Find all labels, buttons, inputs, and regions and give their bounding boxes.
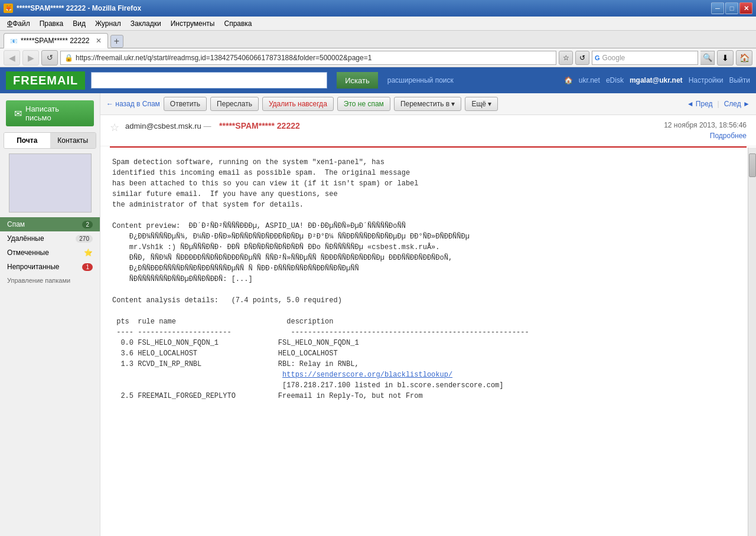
main-area: ✉ Написать письмо Почта Контакты Спам 2 … [0, 93, 756, 536]
menu-file[interactable]: ФФайл [2, 18, 35, 29]
addressbar: ◀ ▶ ↺ 🔒 https://freemail.ukr.net/q/start… [0, 48, 756, 67]
next-email-link[interactable]: След ► [724, 100, 750, 108]
header-links: 🏠 ukr.net eDisk mgalat@ukr.net Настройки… [564, 76, 750, 84]
refresh-button[interactable]: ↺ [575, 51, 589, 65]
compose-icon: ✉ [14, 108, 22, 119]
advanced-search-link[interactable]: расширенный поиск [387, 76, 454, 84]
email-header-info: ☆ admin@csbest.msk.ru — *****SPAM***** 2… [100, 115, 756, 146]
tab-contacts[interactable]: Контакты [50, 133, 96, 148]
google-logo: G [595, 54, 600, 61]
tabbar: 📧 *****SPAM***** 22222 ✕ + [0, 31, 756, 48]
email-body-text: Spam detection software, running on the … [112, 157, 736, 401]
download-button[interactable]: ⬇ [717, 50, 734, 66]
more-button[interactable]: Ещё ▾ [465, 97, 498, 111]
email-toolbar: ← назад в Спам Ответить Переслать Удалит… [100, 93, 756, 115]
mail-search-input[interactable] [95, 76, 323, 84]
not-spam-button[interactable]: Это не спам [337, 97, 390, 111]
email-area: ← назад в Спам Ответить Переслать Удалит… [100, 93, 756, 536]
tab-label: *****SPAM***** 22222 [21, 37, 90, 45]
menubar: ФФайл Правка Вид Журнал Закладки Инструм… [0, 17, 756, 31]
bookmark-star-button[interactable]: ☆ [559, 51, 573, 65]
tab-favicon: 📧 [10, 38, 17, 44]
home-icon-header: 🏠 [564, 76, 573, 84]
sidebar-tabs: Почта Контакты [4, 132, 96, 149]
search-input[interactable]: Google [602, 54, 695, 62]
url-text: https://freemail.ukr.net/q/start#readmsg… [76, 54, 372, 62]
scrollbar-thumb[interactable] [749, 153, 756, 177]
new-tab-button[interactable]: + [110, 35, 123, 48]
toolbar-right: ◄ Пред | След ► [687, 100, 750, 108]
tab-mail[interactable]: Почта [4, 133, 50, 148]
back-to-spam-link[interactable]: ← назад в Спам [106, 100, 160, 108]
username-label: mgalat@ukr.net [630, 76, 683, 84]
browser-icon: 🦊 [4, 4, 13, 13]
move-to-button[interactable]: Переместить в ▾ [394, 97, 462, 111]
menu-help[interactable]: Справка [219, 18, 256, 29]
menu-view[interactable]: Вид [68, 18, 90, 29]
window-titlebar: 🦊 *****SPAM***** 22222 - Mozilla Firefox… [0, 0, 756, 17]
menu-bookmarks[interactable]: Закладки [126, 18, 166, 29]
freemail-logo: FREEMAIL [6, 71, 85, 90]
sidebar: ✉ Написать письмо Почта Контакты Спам 2 … [0, 93, 100, 536]
forward-button[interactable]: Переслать [210, 97, 259, 111]
email-body-container: Spam detection software, running on the … [100, 148, 756, 536]
search-box: G Google [592, 51, 698, 65]
close-button[interactable]: ✕ [739, 2, 752, 14]
compose-button[interactable]: ✉ Написать письмо [6, 100, 94, 126]
sidebar-folder-deleted[interactable]: Удалённые 270 [0, 231, 100, 246]
email-subject-label: *****SPAM***** 22222 [219, 121, 300, 130]
avatar [9, 153, 92, 213]
ukrnet-link[interactable]: ukr.net [579, 76, 600, 84]
manage-folders-link[interactable]: Управление папками [0, 274, 100, 287]
freemail-header: FREEMAIL Искать расширенный поиск 🏠 ukr.… [0, 67, 756, 93]
minimize-button[interactable]: ─ [711, 2, 724, 14]
email-date-area: 12 ноября 2013, 18:56:46 Подробнее [664, 121, 747, 140]
reply-button[interactable]: Ответить [164, 97, 207, 111]
nav-separator: | [718, 100, 719, 108]
sidebar-folder-starred[interactable]: Отмеченные ⭐ [0, 246, 100, 260]
sidebar-folder-spam[interactable]: Спам 2 [0, 217, 100, 231]
address-bar[interactable]: 🔒 https://freemail.ukr.net/q/start#readm… [60, 51, 556, 65]
search-go-button[interactable]: 🔍 [700, 51, 715, 65]
star-icon: ⭐ [84, 249, 93, 257]
email-more-link[interactable]: Подробнее [710, 132, 747, 140]
edisk-link[interactable]: eDisk [606, 76, 624, 84]
reload-button[interactable]: ↺ [41, 50, 58, 66]
email-scrollbar[interactable] [748, 148, 756, 536]
menu-edit[interactable]: Правка [35, 18, 69, 29]
settings-link[interactable]: Настройки [689, 76, 724, 84]
window-controls: ─ □ ✕ [711, 2, 752, 14]
delete-forever-button[interactable]: Удалить навсегда [262, 97, 334, 111]
home-button[interactable]: 🏠 [736, 50, 752, 66]
back-button[interactable]: ◀ [4, 50, 20, 66]
lock-icon: 🔒 [64, 54, 73, 62]
prev-email-link[interactable]: ◄ Пред [687, 100, 713, 108]
window-title: *****SPAM***** 22222 - Mozilla Firefox [17, 4, 711, 12]
browser-tab[interactable]: 📧 *****SPAM***** 22222 ✕ [4, 33, 108, 48]
email-body: Spam detection software, running on the … [100, 148, 748, 536]
mail-search-box[interactable] [91, 72, 327, 89]
forward-button[interactable]: ▶ [22, 50, 39, 66]
tab-close-icon[interactable]: ✕ [96, 37, 102, 45]
menu-tools[interactable]: Инструменты [166, 18, 220, 29]
email-star-button[interactable]: ☆ [110, 121, 119, 134]
sidebar-folder-unread[interactable]: Непрочитанные 1 [0, 260, 100, 274]
menu-journal[interactable]: Журнал [90, 18, 126, 29]
logout-link[interactable]: Выйти [729, 76, 750, 84]
maximize-button[interactable]: □ [725, 2, 738, 14]
email-date-label: 12 ноября 2013, 18:56:46 [664, 121, 747, 129]
mail-search-button[interactable]: Искать [337, 72, 378, 89]
email-from-label: admin@csbest.msk.ru — *****SPAM***** 222… [125, 121, 300, 130]
